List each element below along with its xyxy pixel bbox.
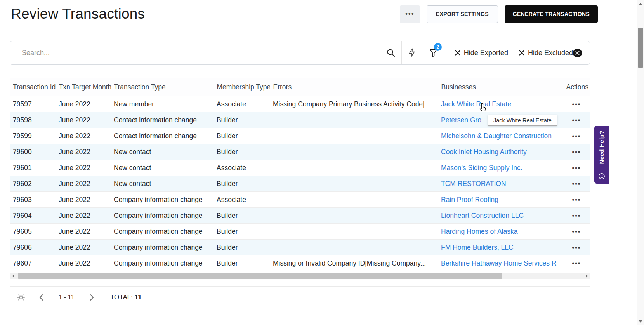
export-settings-button[interactable]: EXPORT SETTINGS: [427, 5, 498, 23]
clear-search-icon[interactable]: [573, 49, 582, 57]
mouse-cursor: [478, 103, 487, 114]
next-page-icon[interactable]: [86, 292, 98, 303]
membership-type-cell: Builder: [214, 176, 270, 192]
quick-actions-bolt-icon[interactable]: [402, 41, 423, 64]
table-row: 79603June 2022Company information change…: [10, 192, 590, 208]
scroll-up-arrow-icon[interactable]: [637, 0, 644, 7]
transaction-id-cell: 79598: [10, 112, 56, 128]
target-month-cell: June 2022: [56, 96, 111, 112]
total-label: TOTAL:: [110, 294, 133, 301]
column-header-actions[interactable]: Actions: [563, 78, 590, 96]
business-link[interactable]: Mason's Siding Supply Inc.: [441, 164, 522, 172]
business-link[interactable]: FM Home Builders, LLC: [441, 243, 514, 251]
transaction-type-cell: Company information change: [111, 208, 214, 224]
more-options-button[interactable]: •••: [400, 5, 420, 23]
table-footer: 1 - 11 TOTAL: 11: [10, 286, 590, 308]
horizontal-scrollbar-thumb[interactable]: [18, 273, 502, 279]
row-actions-button[interactable]: •••: [572, 117, 581, 123]
business-cell: Mason's Siding Supply Inc.: [438, 160, 563, 176]
business-link[interactable]: Jack White Real Estate: [441, 100, 511, 108]
row-actions-button[interactable]: •••: [572, 196, 581, 203]
table-row: 79604June 2022Company information change…: [10, 208, 590, 224]
need-help-tab[interactable]: Need Help?: [594, 126, 609, 184]
business-link[interactable]: Michelsohn & Daughter Construction: [441, 132, 552, 140]
row-actions-cell: •••: [563, 255, 590, 271]
column-header-businesses[interactable]: Businesses: [438, 78, 563, 96]
previous-page-icon[interactable]: [35, 292, 47, 303]
row-actions-button[interactable]: •••: [572, 260, 581, 267]
search-input[interactable]: [10, 41, 380, 64]
row-actions-cell: •••: [563, 176, 590, 192]
generate-transactions-button[interactable]: GENERATE TRANSACTIONS: [505, 5, 598, 23]
scroll-right-arrow-icon[interactable]: [583, 273, 590, 279]
business-link[interactable]: TCM RESTORATION: [441, 180, 506, 188]
search-icon[interactable]: [380, 41, 401, 64]
target-month-cell: June 2022: [56, 208, 111, 224]
transaction-type-cell: Company information change: [111, 224, 214, 240]
transaction-type-cell: New contact: [111, 160, 214, 176]
table-row: 79601June 2022New contactAssociateMason'…: [10, 160, 590, 176]
errors-cell: [270, 176, 438, 192]
row-actions-cell: •••: [563, 240, 590, 255]
errors-cell: [270, 112, 438, 128]
row-actions-button[interactable]: •••: [572, 149, 581, 155]
transaction-type-cell: Company information change: [111, 240, 214, 255]
vertical-scrollbar[interactable]: [637, 0, 644, 325]
errors-cell: [270, 208, 438, 224]
business-cell: FM Home Builders, LLC: [438, 240, 563, 255]
table-row: 79605June 2022Company information change…: [10, 224, 590, 240]
membership-type-cell: Builder: [214, 112, 270, 128]
business-link[interactable]: Harding Homes of Alaska: [441, 228, 517, 235]
column-header-txn-target-month[interactable]: Txn Target Month: [56, 78, 111, 96]
vertical-scrollbar-thumb[interactable]: [638, 28, 643, 68]
total-count: TOTAL: 11: [110, 294, 142, 301]
column-header-membership-type[interactable]: Membership Type: [214, 78, 270, 96]
row-actions-button[interactable]: •••: [572, 101, 581, 108]
transaction-type-cell: Contact information change: [111, 128, 214, 144]
row-actions-button[interactable]: •••: [572, 165, 581, 171]
transaction-type-cell: New contact: [111, 176, 214, 192]
row-actions-cell: •••: [563, 144, 590, 160]
row-actions-cell: •••: [563, 96, 590, 112]
membership-type-cell: Builder: [214, 255, 270, 271]
business-link[interactable]: Berkshire Hathaway Home Services R: [441, 259, 557, 267]
business-cell: Rain Proof Roofing: [438, 192, 563, 208]
transaction-id-cell: 79605: [10, 224, 56, 240]
remove-filter-x-icon: [455, 50, 460, 56]
target-month-cell: June 2022: [56, 255, 111, 271]
transaction-type-cell: New contact: [111, 144, 214, 160]
business-link[interactable]: Rain Proof Roofing: [441, 196, 498, 203]
target-month-cell: June 2022: [56, 112, 111, 128]
business-link[interactable]: Cook Inlet Housing Authority: [441, 148, 527, 156]
target-month-cell: June 2022: [56, 128, 111, 144]
transaction-id-cell: 79603: [10, 192, 56, 208]
row-actions-button[interactable]: •••: [572, 181, 581, 187]
filter-icon[interactable]: 2: [423, 41, 444, 64]
transaction-type-cell: New member: [111, 96, 214, 112]
row-actions-button[interactable]: •••: [572, 244, 581, 251]
business-cell: Michelsohn & Daughter Construction: [438, 128, 563, 144]
table-row: 79606June 2022Company information change…: [10, 240, 590, 255]
row-actions-button[interactable]: •••: [572, 133, 581, 139]
hide-exported-chip[interactable]: Hide Exported: [455, 49, 508, 57]
target-month-cell: June 2022: [56, 144, 111, 160]
grid-settings-icon[interactable]: [17, 293, 25, 302]
errors-cell: [270, 128, 438, 144]
scroll-left-arrow-icon[interactable]: [10, 273, 16, 279]
transactions-table: Transaction IdTxn Target MonthTransactio…: [10, 78, 590, 271]
business-link[interactable]: Lionheart Construction LLC: [441, 212, 524, 219]
target-month-cell: June 2022: [56, 160, 111, 176]
row-actions-button[interactable]: •••: [572, 212, 581, 219]
table-row: 79597June 2022New memberAssociateMissing…: [10, 96, 590, 112]
column-header-transaction-type[interactable]: Transaction Type: [111, 78, 214, 96]
membership-type-cell: Associate: [214, 96, 270, 112]
errors-cell: [270, 240, 438, 255]
row-actions-button[interactable]: •••: [572, 228, 581, 235]
column-header-transaction-id[interactable]: Transaction Id: [10, 78, 56, 96]
column-header-errors[interactable]: Errors: [270, 78, 438, 96]
scroll-down-arrow-icon[interactable]: [637, 318, 644, 325]
table-row: 79602June 2022New contactBuilderTCM REST…: [10, 176, 590, 192]
horizontal-scrollbar[interactable]: [10, 273, 590, 279]
business-link[interactable]: Petersen Gro: [441, 116, 481, 124]
hide-excluded-chip[interactable]: Hide Excluded: [519, 49, 573, 57]
